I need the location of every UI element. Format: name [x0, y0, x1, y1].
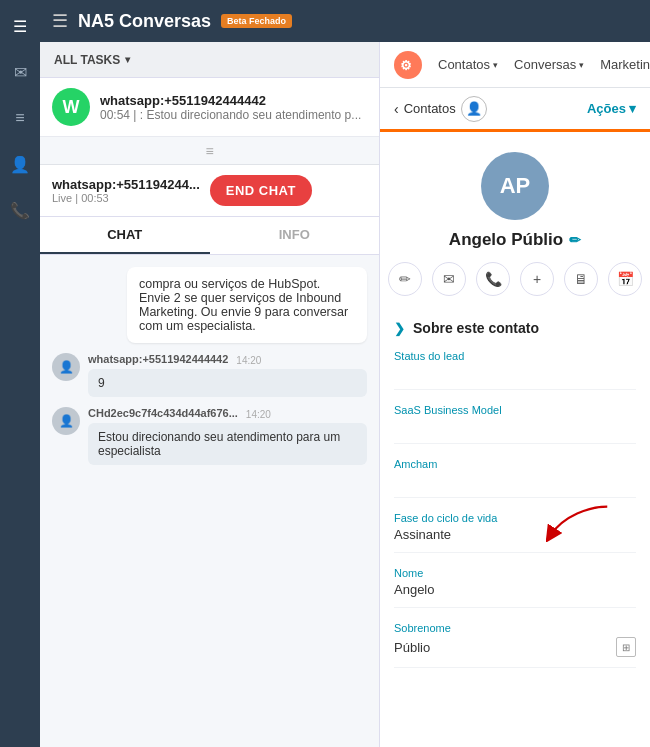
- divider-icon: ≡: [205, 143, 213, 159]
- conversation-header: whatsapp:+551194244... Live | 00:53 END …: [40, 165, 379, 217]
- edit-action-button[interactable]: ✏: [388, 262, 422, 296]
- field-label: Status do lead: [394, 350, 636, 362]
- conv-phone: whatsapp:+551194244...: [52, 177, 200, 192]
- right-panel: ⚙ Contatos ▾ Conversas ▾ Marketing ▾: [380, 42, 650, 747]
- top-header: ☰ NA5 Conversas Beta Fechado: [40, 0, 650, 42]
- field-value: Públio: [394, 640, 430, 655]
- about-chevron[interactable]: ❯: [394, 321, 405, 336]
- red-arrow-annotation: [546, 502, 616, 542]
- about-section: ❯ Sobre este contato Status do lead SaaS…: [380, 310, 650, 747]
- menu-icon[interactable]: ☰: [6, 12, 34, 40]
- edit-name-icon[interactable]: ✏: [569, 232, 581, 248]
- back-label: Contatos: [404, 101, 456, 116]
- msg-sender-name: whatsapp:+5511942444442: [88, 353, 228, 365]
- msg-content: whatsapp:+5511942444442 14:20 9: [88, 353, 367, 397]
- tab-info[interactable]: INFO: [210, 217, 380, 254]
- msg-time: 14:20: [246, 409, 271, 420]
- calendar-action-button[interactable]: 📅: [608, 262, 642, 296]
- contatos-caret: ▾: [493, 60, 498, 70]
- mail-icon[interactable]: ✉: [6, 58, 34, 86]
- chat-item-info: whatsapp:+5511942444442 00:54 | : Estou …: [100, 93, 367, 122]
- field-saas: SaaS Business Model: [394, 404, 636, 444]
- chat-item-name: whatsapp:+5511942444442: [100, 93, 367, 108]
- contact-back-button[interactable]: ‹ Contatos 👤: [394, 96, 487, 122]
- hubspot-nav: ⚙ Contatos ▾ Conversas ▾ Marketing ▾: [380, 42, 650, 88]
- msg-text: Estou direcionando seu atendimento para …: [88, 423, 367, 465]
- hubspot-logo: ⚙: [394, 51, 422, 79]
- field-label: Nome: [394, 567, 636, 579]
- beta-badge: Beta Fechado: [221, 14, 292, 28]
- back-chevron: ‹: [394, 101, 399, 117]
- contact-subheader: ‹ Contatos 👤 Ações ▾: [380, 88, 650, 132]
- chat-conversation: whatsapp:+551194244... Live | 00:53 END …: [40, 165, 379, 747]
- field-label: SaaS Business Model: [394, 404, 636, 416]
- tasks-chevron: ▾: [125, 54, 130, 65]
- copy-icon[interactable]: ⊞: [616, 637, 636, 657]
- chat-list: W whatsapp:+5511942444442 00:54 | : Esto…: [40, 78, 379, 137]
- phone-action-button[interactable]: 📞: [476, 262, 510, 296]
- sidebar: ☰ ✉ ≡ 👤 📞: [0, 0, 40, 747]
- field-label: Amcham: [394, 458, 636, 470]
- contact-name: Angelo Públio ✏: [449, 230, 581, 250]
- nav-marketing[interactable]: Marketing ▾: [600, 57, 650, 72]
- field-ciclo: Fase do ciclo de vida Assinante: [394, 512, 636, 553]
- field-value-empty: [394, 473, 636, 487]
- field-amcham: Amcham: [394, 458, 636, 498]
- field-value-empty: [394, 365, 636, 379]
- msg-avatar: 👤: [52, 353, 80, 381]
- nav-conversas[interactable]: Conversas ▾: [514, 57, 584, 72]
- field-sobrenome: Sobrenome Públio ⊞: [394, 622, 636, 668]
- contact-person-icon: 👤: [461, 96, 487, 122]
- all-tasks-bar[interactable]: ALL TASKS ▾: [40, 42, 379, 78]
- field-value: Angelo: [394, 582, 636, 597]
- add-action-button[interactable]: +: [520, 262, 554, 296]
- message-bubble-outgoing: compra ou serviços de HubSpot. Envie 2 s…: [127, 267, 367, 343]
- nav-contatos[interactable]: Contatos ▾: [438, 57, 498, 72]
- message-row: 👤 CHd2ec9c7f4c434d44af676... 14:20 Estou…: [52, 407, 367, 465]
- hamburger-icon[interactable]: ☰: [52, 10, 68, 32]
- divider-bar: ≡: [40, 137, 379, 165]
- svg-text:⚙: ⚙: [400, 58, 412, 73]
- conv-phone-info: whatsapp:+551194244... Live | 00:53: [52, 177, 200, 204]
- contact-profile: AP Angelo Públio ✏ ✏ ✉ 📞 + 🖥 📅: [380, 132, 650, 310]
- action-icons-row: ✏ ✉ 📞 + 🖥 📅: [388, 262, 642, 296]
- all-tasks-label: ALL TASKS: [54, 53, 120, 67]
- conv-status: Live | 00:53: [52, 192, 200, 204]
- chat-list-item[interactable]: W whatsapp:+5511942444442 00:54 | : Esto…: [40, 78, 379, 137]
- conversas-caret: ▾: [579, 60, 584, 70]
- content-row: ALL TASKS ▾ W whatsapp:+5511942444442 00…: [40, 42, 650, 747]
- field-value-empty: [394, 419, 636, 433]
- field-status-lead: Status do lead: [394, 350, 636, 390]
- tab-chat[interactable]: CHAT: [40, 217, 210, 254]
- messages-area: compra ou serviços de HubSpot. Envie 2 s…: [40, 255, 379, 747]
- msg-time: 14:20: [236, 355, 261, 366]
- chat-avatar: W: [52, 88, 90, 126]
- sobrenome-row: Públio ⊞: [394, 637, 636, 657]
- msg-sender-name: CHd2ec9c7f4c434d44af676...: [88, 407, 238, 419]
- main-content: ☰ NA5 Conversas Beta Fechado ALL TASKS ▾…: [40, 0, 650, 747]
- field-label: Sobrenome: [394, 622, 636, 634]
- actions-caret: ▾: [629, 101, 636, 116]
- user-icon[interactable]: 👤: [6, 150, 34, 178]
- screen-action-button[interactable]: 🖥: [564, 262, 598, 296]
- chat-tabs: CHAT INFO: [40, 217, 379, 255]
- left-panel: ALL TASKS ▾ W whatsapp:+5511942444442 00…: [40, 42, 380, 747]
- phone-sidebar-icon[interactable]: 📞: [6, 196, 34, 224]
- chat-item-preview: 00:54 | : Estou direcionando seu atendim…: [100, 108, 367, 122]
- msg-text: 9: [88, 369, 367, 397]
- actions-button[interactable]: Ações ▾: [587, 101, 636, 116]
- about-header: ❯ Sobre este contato: [394, 320, 636, 336]
- msg-avatar: 👤: [52, 407, 80, 435]
- contact-avatar: AP: [481, 152, 549, 220]
- message-row: 👤 whatsapp:+5511942444442 14:20 9: [52, 353, 367, 397]
- msg-content: CHd2ec9c7f4c434d44af676... 14:20 Estou d…: [88, 407, 367, 465]
- email-action-button[interactable]: ✉: [432, 262, 466, 296]
- layers-icon[interactable]: ≡: [6, 104, 34, 132]
- end-chat-button[interactable]: END CHAT: [210, 175, 312, 206]
- field-nome: Nome Angelo: [394, 567, 636, 608]
- app-title: NA5 Conversas: [78, 11, 211, 32]
